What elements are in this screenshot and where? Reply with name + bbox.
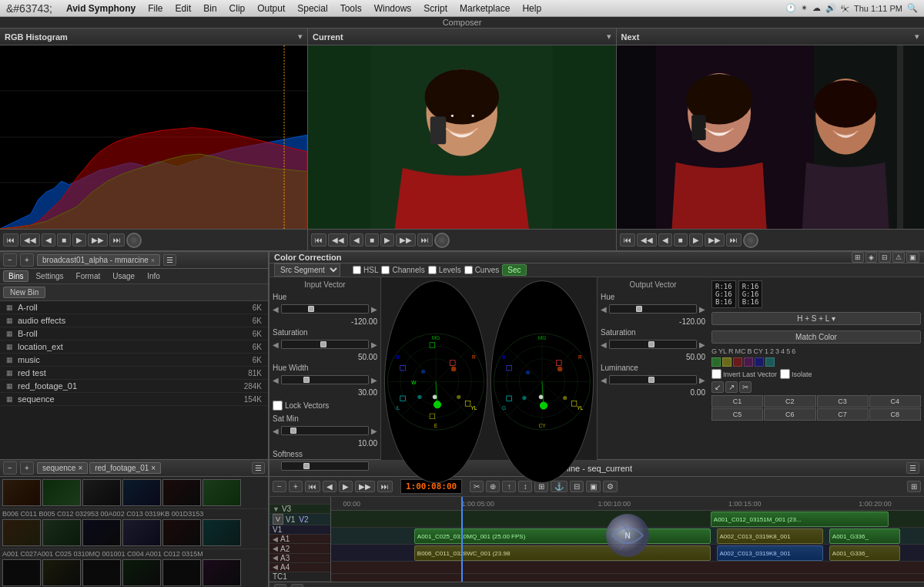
tab-info[interactable]: Info (142, 270, 166, 282)
cur-btn-play[interactable]: ▶ (380, 233, 394, 247)
cc-icon-btn-2[interactable]: ◈ (865, 252, 877, 263)
tl-btn-fwd[interactable]: ▶▶ (355, 481, 375, 492)
tl-btn-back[interactable]: ◀ (323, 481, 336, 492)
bin-tab-close[interactable]: × (151, 257, 155, 264)
out-hue-right[interactable]: ▶ (699, 305, 705, 314)
isolate-label[interactable]: Isolate (780, 369, 812, 379)
clip-thumb-b006[interactable] (2, 479, 41, 506)
clip-v2-1[interactable]: A001_C025_0310MQ_001 (25.00 FPS) (414, 528, 711, 544)
clip-tab-red-footage[interactable]: red_footage_01 × (89, 462, 161, 474)
hw-arrow-left[interactable]: ◀ (273, 376, 279, 384)
lum-left[interactable]: ◀ (601, 376, 607, 384)
list-item[interactable]: ▦ sequence 154K (0, 393, 268, 406)
list-item[interactable]: ▦ A-roll 6K (0, 301, 268, 314)
tab-usage[interactable]: Usage (107, 270, 140, 282)
nxt-btn-play-back[interactable]: ◀ (658, 233, 672, 247)
nxt-btn-step-fwd[interactable]: ▶▶ (705, 233, 725, 247)
color-dot-yl[interactable] (722, 357, 732, 367)
sat-min-slider[interactable] (281, 426, 369, 435)
tl-btn-grid[interactable]: ⊞ (907, 481, 921, 492)
clip-v2-3[interactable]: A001_G336_ (829, 528, 900, 544)
sat-arrow-left[interactable]: ◀ (273, 340, 279, 349)
c1-btn[interactable]: C1 (711, 395, 763, 408)
clip-thumb-c011[interactable] (42, 479, 81, 506)
status-btn-1[interactable]: ⊞ (274, 584, 286, 587)
levels-checkbox[interactable]: Levels (428, 266, 461, 274)
menu-output[interactable]: Output (251, 2, 291, 15)
hw-arrow-right[interactable]: ▶ (371, 376, 377, 384)
list-item[interactable]: ▦ red_footage_01 284K (0, 380, 268, 393)
bin-list[interactable]: ▦ A-roll 6K ▦ audio effects 6K ▦ B-roll … (0, 301, 268, 459)
clip-tab-red-close[interactable]: × (151, 464, 156, 472)
clip-thumb-c012[interactable] (122, 479, 161, 506)
menu-file[interactable]: File (142, 2, 169, 15)
c8-btn[interactable]: C8 (869, 408, 921, 421)
list-item[interactable]: ▦ red test 81K (0, 367, 268, 380)
clip-thumb-001001[interactable] (162, 519, 201, 546)
tl-btn-lift[interactable]: ↑ (502, 481, 516, 492)
color-dot-r[interactable] (733, 357, 742, 367)
hsl-dropdown-btn[interactable]: H + S + L ▾ (711, 312, 921, 325)
clip-thumb-0310mq[interactable] (122, 519, 161, 546)
menu-bin[interactable]: Bin (197, 2, 223, 15)
cur-btn-to-end[interactable]: ⏭ (417, 233, 433, 247)
tab-bins[interactable]: Bins (3, 270, 28, 282)
tl-btn-play[interactable]: ▶ (339, 481, 353, 492)
sm-arrow-left[interactable]: ◀ (273, 427, 279, 435)
cc-icon-btn-4[interactable]: ⚠ (892, 252, 905, 263)
tl-btn-trim[interactable]: ✂ (470, 481, 484, 492)
clip-thumb-c013[interactable] (42, 559, 81, 586)
cc-icon-btn-5[interactable]: ▣ (906, 252, 919, 263)
lock-vectors-check[interactable] (273, 401, 283, 411)
tl-btn-plus[interactable]: + (289, 481, 303, 492)
curves-checkbox[interactable]: Curves (464, 266, 500, 274)
menu-clip[interactable]: Clip (223, 2, 252, 15)
histogram-dropdown-icon[interactable]: ▾ (298, 32, 303, 42)
btn-to-start[interactable]: ⏮ (3, 233, 18, 247)
out-sat-slider[interactable] (609, 340, 697, 349)
lock-vectors-label[interactable]: Lock Vectors (273, 401, 377, 411)
cc-icon-btn-3[interactable]: ⊟ (879, 252, 891, 263)
new-bin-button[interactable]: New Bin (3, 287, 45, 298)
curves-check[interactable] (464, 266, 473, 274)
color-dot-cy[interactable] (765, 357, 775, 367)
list-item[interactable]: ▦ B-roll 6K (0, 327, 268, 340)
list-item[interactable]: ▦ location_ext 6K (0, 340, 268, 354)
color-dot-g[interactable] (711, 357, 721, 367)
hue-arrow-left[interactable]: ◀ (273, 305, 279, 314)
clip-plus-btn[interactable]: + (20, 461, 34, 475)
tl-btn-link[interactable]: ⚓ (551, 481, 567, 492)
bin-minus-btn[interactable]: − (3, 253, 17, 267)
lum-right[interactable]: ▶ (699, 376, 705, 384)
menu-special[interactable]: Special (291, 2, 333, 15)
track-eye-v2[interactable]: V (273, 514, 283, 525)
src-segment-dropdown[interactable]: Src Segment (274, 263, 340, 277)
clip-thumb-b005[interactable] (82, 479, 121, 506)
next-dropdown-icon[interactable]: ▾ (915, 32, 919, 42)
cc-small-btn-1[interactable]: ↙ (711, 381, 724, 393)
c2-btn[interactable]: C2 (764, 395, 815, 408)
lum-slider[interactable] (609, 375, 697, 384)
menu-help[interactable]: Help (516, 2, 547, 15)
cc-icon-btn-1[interactable]: ⊞ (852, 252, 864, 263)
menu-tools[interactable]: Tools (334, 2, 368, 15)
clip-thumb-001324mw[interactable] (203, 559, 241, 586)
tl-btn-rewind[interactable]: ⏮ (305, 481, 320, 492)
clip-minus-btn[interactable]: − (3, 461, 17, 475)
clip-thumb-a001[interactable] (2, 519, 41, 546)
saturation-slider[interactable] (281, 340, 369, 349)
tl-btn-splice[interactable]: ⊕ (486, 481, 500, 492)
nxt-btn-step-back[interactable]: ◀◀ (637, 233, 657, 247)
softness-slider[interactable] (281, 461, 369, 471)
menu-windows[interactable]: Windows (368, 2, 418, 15)
clip-thumb-h004[interactable] (2, 559, 41, 586)
bin-menu-btn[interactable]: ☰ (163, 254, 176, 266)
clip-v2-2[interactable]: A002_C013_0319K8_001 (717, 528, 824, 544)
clip-bin-menu-btn[interactable]: ☰ (252, 462, 265, 474)
tl-btn-settings[interactable]: ⚙ (603, 481, 618, 492)
clip-v1-3[interactable]: A001_G336_ (829, 545, 900, 561)
jog-wheel-next[interactable] (743, 233, 758, 248)
apple-logo-icon[interactable]: &#63743; (6, 2, 52, 15)
clip-thumb-c025[interactable] (82, 519, 121, 546)
clip-thumb-04040l[interactable] (162, 559, 201, 586)
